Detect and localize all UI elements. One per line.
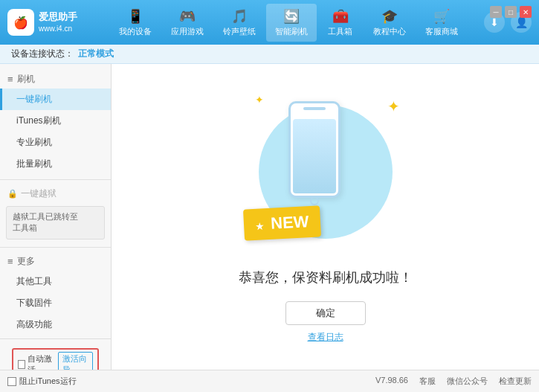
- ringtone-icon: 🎵: [231, 8, 248, 25]
- auto-activate-check-icon: [18, 360, 25, 369]
- wechat-link[interactable]: 微信公众号: [447, 376, 488, 387]
- sidebar-section-more: ≡ 更多: [0, 252, 111, 271]
- phone-device: [285, 101, 344, 213]
- sidebar-notice: 越狱工具已跳转至工具箱: [6, 206, 105, 240]
- nav-apps[interactable]: 🎮 应用游戏: [162, 4, 213, 42]
- itunes-checkbox[interactable]: 阻止iTunes运行: [7, 376, 77, 387]
- sidebar-item-other[interactable]: 其他工具: [0, 271, 111, 292]
- my-device-icon: 📱: [127, 8, 143, 25]
- tutorial-icon: 🎓: [381, 8, 398, 25]
- flash-section-label: 刷机: [17, 73, 35, 86]
- phone-body: [288, 101, 340, 198]
- update-link[interactable]: 检查更新: [499, 376, 532, 387]
- logo: 🍎 爱思助手 www.i4.cn: [7, 9, 77, 36]
- status-prefix: 设备连接状态：: [11, 48, 74, 60]
- sidebar-item-download[interactable]: 下载固件: [0, 292, 111, 314]
- bottom-right: V7.98.66 客服 微信公众号 检查更新: [375, 376, 532, 387]
- apps-icon: 🎮: [179, 8, 196, 25]
- nav-bar: 📱 我的设备 🎮 应用游戏 🎵 铃声壁纸 🔄 智能刷机 🧰 工具箱 🎓 教程中心…: [92, 4, 484, 42]
- batch-label: 批量刷机: [16, 158, 52, 169]
- nav-shop[interactable]: 🛒 客服商城: [416, 4, 467, 42]
- bottom-bar: 阻止iTunes运行 V7.98.66 客服 微信公众号 检查更新: [0, 370, 539, 392]
- sidebar-divider-2: [0, 247, 111, 248]
- phone-illustration: ✦ ✦ NEW: [244, 90, 407, 254]
- itunes-check-icon: [7, 377, 16, 386]
- device-panel: 自动激活 激活向导 📱 iPhone 15 Pro Max 512GB iPho…: [0, 338, 111, 370]
- jailbreak-label: 一键越狱: [21, 187, 57, 200]
- ringtone-label: 铃声壁纸: [223, 26, 256, 37]
- nav-tools[interactable]: 🧰 工具箱: [318, 4, 363, 42]
- tools-icon: 🧰: [332, 8, 349, 25]
- bottom-left: 阻止iTunes运行: [7, 376, 77, 387]
- download-label: 下载固件: [16, 298, 52, 308]
- maximize-button[interactable]: □: [505, 6, 517, 18]
- lock-icon: 🔒: [7, 189, 18, 199]
- tutorial-label: 教程中心: [373, 26, 406, 37]
- sidebar-item-pro[interactable]: 专业刷机: [0, 132, 111, 153]
- sidebar-item-batch[interactable]: 批量刷机: [0, 153, 111, 175]
- flash-icon: 🔄: [283, 8, 300, 25]
- sidebar-item-advanced[interactable]: 高级功能: [0, 314, 111, 335]
- nav-ringtone[interactable]: 🎵 铃声壁纸: [214, 4, 265, 42]
- phone-speaker: [303, 107, 326, 110]
- sidebar-item-itunes[interactable]: iTunes刷机: [0, 110, 111, 132]
- nav-tutorial[interactable]: 🎓 教程中心: [364, 4, 415, 42]
- shop-label: 客服商城: [425, 26, 458, 37]
- guide-button[interactable]: 激活向导: [58, 352, 93, 370]
- close-button[interactable]: ✕: [520, 6, 532, 18]
- sidebar-divider-1: [0, 179, 111, 180]
- nav-flash[interactable]: 🔄 智能刷机: [266, 4, 317, 42]
- apps-label: 应用游戏: [171, 26, 204, 37]
- sidebar-section-jailbreak: 🔒 一键越狱: [0, 184, 111, 203]
- phone-home-button: [310, 196, 319, 205]
- success-message: 恭喜您，保资料刷机成功啦！: [239, 269, 413, 286]
- advanced-label: 高级功能: [16, 319, 52, 330]
- log-link[interactable]: 查看日志: [308, 331, 343, 344]
- service-link[interactable]: 客服: [419, 376, 436, 387]
- new-badge-text: NEW: [270, 212, 309, 233]
- logo-url: www.i4.cn: [39, 24, 77, 34]
- onekey-label: 一键刷机: [16, 94, 52, 104]
- main-layout: ≡ 刷机 一键刷机 iTunes刷机 专业刷机 批量刷机 🔒 一键越狱 越狱工具…: [0, 64, 539, 370]
- logo-name: 爱思助手: [39, 10, 77, 24]
- more-section-icon: ≡: [7, 256, 13, 267]
- my-device-label: 我的设备: [119, 26, 152, 37]
- phone-screen: [293, 119, 336, 193]
- itunes-label: iTunes刷机: [16, 115, 61, 126]
- sidebar-section-flash: ≡ 刷机: [0, 70, 111, 89]
- logo-icon: 🍎: [7, 9, 34, 36]
- other-label: 其他工具: [16, 276, 52, 286]
- version-label: V7.98.66: [375, 376, 408, 387]
- new-badge: NEW: [242, 205, 321, 240]
- guide-label: 激活向导: [62, 353, 88, 370]
- sidebar-item-onekey[interactable]: 一键刷机: [0, 89, 111, 110]
- auto-activate-label: 自动激活: [28, 353, 54, 370]
- content-area: ✦ ✦ NEW 恭喜您，保资料刷机成功啦！ 确定 查看日志: [112, 64, 539, 370]
- sidebar: ≡ 刷机 一键刷机 iTunes刷机 专业刷机 批量刷机 🔒 一键越狱 越狱工具…: [0, 64, 112, 370]
- logo-text: 爱思助手 www.i4.cn: [39, 10, 77, 34]
- header: 🍎 爱思助手 www.i4.cn 📱 我的设备 🎮 应用游戏 🎵 铃声壁纸 🔄 …: [0, 0, 539, 45]
- shop-icon: 🛒: [433, 8, 450, 25]
- itunes-label: 阻止iTunes运行: [19, 376, 77, 387]
- sparkle-icon: ✦: [387, 97, 400, 115]
- flash-label: 智能刷机: [275, 26, 308, 37]
- flash-section-icon: ≡: [7, 74, 13, 85]
- minimize-button[interactable]: ─: [490, 6, 502, 18]
- confirm-button[interactable]: 确定: [285, 301, 366, 325]
- status-bar: 设备连接状态： 正常模式: [0, 45, 539, 64]
- pro-label: 专业刷机: [16, 137, 52, 147]
- more-section-label: 更多: [17, 255, 35, 268]
- nav-my-device[interactable]: 📱 我的设备: [110, 4, 161, 42]
- auto-activate-checkbox[interactable]: 自动激活: [18, 353, 54, 370]
- status-value: 正常模式: [78, 48, 114, 60]
- tools-label: 工具箱: [328, 26, 352, 37]
- notice-text: 越狱工具已跳转至工具箱: [13, 212, 78, 232]
- sparkle-icon-2: ✦: [255, 94, 264, 106]
- auto-activate-box: 自动激活 激活向导: [12, 348, 99, 370]
